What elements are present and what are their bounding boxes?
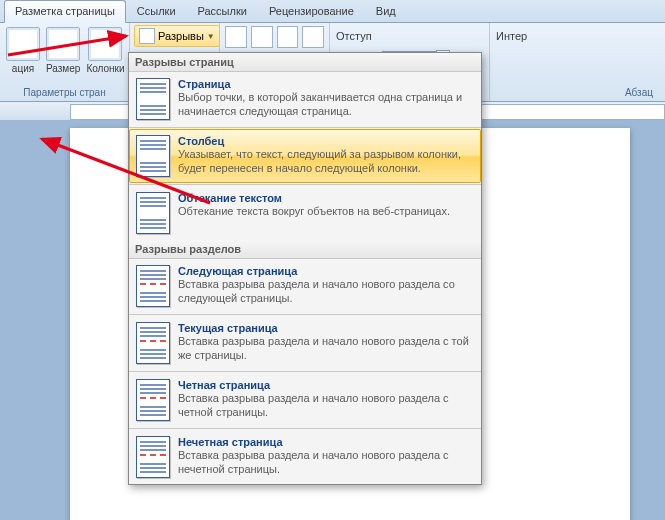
next-page-section-icon <box>136 265 170 307</box>
gallery-item-title: Текущая страница <box>178 322 474 334</box>
gallery-item-desc: Вставка разрыва раздела и начало нового … <box>178 392 474 420</box>
stub-icon[interactable] <box>302 26 324 48</box>
gallery-item-desc: Вставка разрыва раздела и начало нового … <box>178 449 474 477</box>
page-break-icon <box>136 78 170 120</box>
gallery-item-desc: Вставка разрыва раздела и начало нового … <box>178 278 474 306</box>
indent-heading: Отступ <box>336 30 378 42</box>
gallery-item-continuous[interactable]: Текущая страница Вставка разрыва раздела… <box>129 316 481 370</box>
gallery-item-odd-page[interactable]: Нечетная страница Вставка разрыва раздел… <box>129 430 481 484</box>
even-page-section-icon <box>136 379 170 421</box>
page-color-icon[interactable] <box>251 26 273 48</box>
gallery-item-title: Страница <box>178 78 474 90</box>
breaks-icon <box>139 28 155 44</box>
group-paragraph: Интер Абзац <box>490 23 665 101</box>
columns-button[interactable]: Колонки <box>84 25 126 76</box>
gallery-item-desc: Выбор точки, в которой заканчивается одн… <box>178 91 474 119</box>
tab-view[interactable]: Вид <box>365 0 407 22</box>
tab-page-layout[interactable]: Разметка страницы <box>4 0 126 23</box>
group-page-setup: ация Размер Колонки Параметры стран <box>0 23 130 101</box>
gallery-header-page-breaks: Разрывы страниц <box>129 53 481 72</box>
text-wrap-icon <box>136 192 170 234</box>
gallery-item-title: Следующая страница <box>178 265 474 277</box>
column-break-icon <box>136 135 170 177</box>
breaks-gallery: Разрывы страниц Страница Выбор точки, в … <box>128 52 482 485</box>
breaks-button[interactable]: Разрывы ▼ <box>134 25 220 47</box>
group-page-setup-label: Параметры стран <box>4 86 125 99</box>
gallery-item-page[interactable]: Страница Выбор точки, в которой заканчив… <box>129 72 481 126</box>
gallery-item-desc: Вставка разрыва раздела и начало нового … <box>178 335 474 363</box>
orientation-label: ация <box>12 63 34 74</box>
gallery-item-text-wrap[interactable]: Обтекание текстом Обтекание текста вокру… <box>129 186 481 240</box>
orientation-icon <box>6 27 40 61</box>
columns-label: Колонки <box>86 63 124 74</box>
chevron-down-icon: ▼ <box>207 32 215 41</box>
continuous-section-icon <box>136 322 170 364</box>
page-borders-icon[interactable] <box>277 26 299 48</box>
group-paragraph-label: Абзац <box>494 86 661 99</box>
size-button[interactable]: Размер <box>44 25 82 76</box>
tab-mailings[interactable]: Рассылки <box>187 0 258 22</box>
gallery-item-title: Четная страница <box>178 379 474 391</box>
columns-icon <box>88 27 122 61</box>
orientation-button[interactable]: ация <box>4 25 42 76</box>
breaks-label: Разрывы <box>158 30 204 42</box>
size-label: Размер <box>46 63 80 74</box>
watermark-icon[interactable] <box>225 26 247 48</box>
spacing-heading: Интер <box>496 30 538 42</box>
tab-references[interactable]: Ссылки <box>126 0 187 22</box>
gallery-item-title: Столбец <box>178 135 474 147</box>
gallery-item-title: Обтекание текстом <box>178 192 474 204</box>
gallery-item-even-page[interactable]: Четная страница Вставка разрыва раздела … <box>129 373 481 427</box>
gallery-item-column[interactable]: Столбец Указывает, что текст, следующий … <box>129 129 481 183</box>
size-icon <box>46 27 80 61</box>
gallery-item-title: Нечетная страница <box>178 436 474 448</box>
ribbon-tabs: Разметка страницы Ссылки Рассылки Реценз… <box>0 0 665 23</box>
odd-page-section-icon <box>136 436 170 478</box>
gallery-header-section-breaks: Разрывы разделов <box>129 240 481 259</box>
gallery-item-desc: Обтекание текста вокруг объектов на веб-… <box>178 205 474 219</box>
gallery-item-next-page[interactable]: Следующая страница Вставка разрыва разде… <box>129 259 481 313</box>
tab-review[interactable]: Рецензирование <box>258 0 365 22</box>
gallery-item-desc: Указывает, что текст, следующий за разры… <box>178 148 474 176</box>
